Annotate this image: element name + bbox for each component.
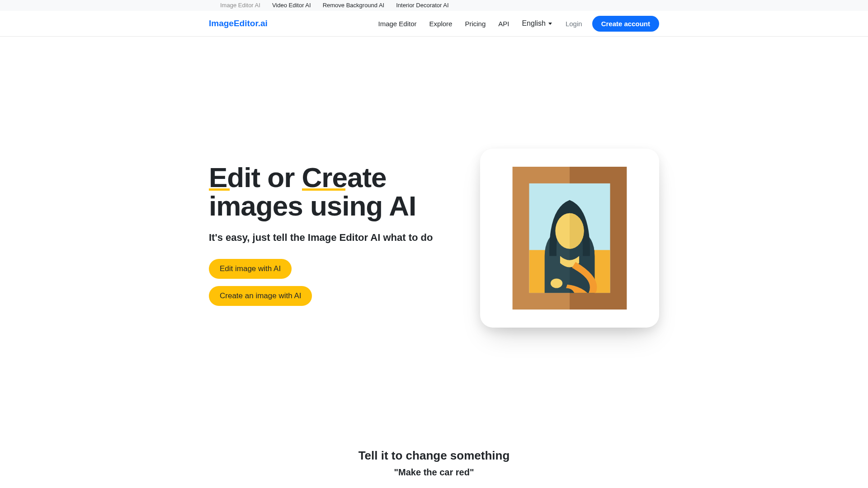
hero-title: Edit or Create images using AI — [209, 163, 462, 220]
topnav-video-editor-ai[interactable]: Video Editor AI — [272, 1, 311, 10]
section2-quote: "Make the car red" — [0, 467, 868, 478]
topnav-image-editor-ai[interactable]: Image Editor AI — [220, 1, 260, 10]
hero: Edit or Create images using AI It's easy… — [209, 37, 659, 328]
hero-title-edit-underline: E — [209, 163, 227, 192]
nav-pricing[interactable]: Pricing — [465, 20, 486, 28]
hero-image-card — [480, 149, 659, 328]
section2-heading: Tell it to change something — [0, 449, 868, 463]
hero-subtitle: It's easy, just tell the Image Editor AI… — [209, 232, 462, 244]
nav-language-dropdown[interactable]: English — [522, 19, 552, 28]
brand-logo[interactable]: ImageEditor.ai — [209, 19, 268, 28]
chevron-down-icon — [548, 23, 552, 25]
nav-explore[interactable]: Explore — [429, 20, 453, 28]
topnav-interior-decorator-ai[interactable]: Interior Decorator AI — [396, 1, 448, 10]
mona-lisa-icon — [512, 167, 627, 310]
top-bar: Image Editor AI Video Editor AI Remove B… — [0, 0, 868, 11]
section-change-something: Tell it to change something "Make the ca… — [0, 449, 868, 478]
hero-title-create-underline: Cre — [302, 163, 347, 192]
edit-image-button[interactable]: Edit image with AI — [209, 259, 292, 279]
nav-image-editor[interactable]: Image Editor — [378, 20, 416, 28]
svg-point-5 — [551, 279, 562, 288]
create-account-button[interactable]: Create account — [592, 16, 659, 32]
create-image-button[interactable]: Create an image with AI — [209, 286, 312, 306]
navbar: ImageEditor.ai Image Editor Explore Pric… — [0, 11, 868, 37]
nav-language-label: English — [522, 19, 545, 28]
nav-api[interactable]: API — [498, 20, 509, 28]
nav-login[interactable]: Login — [566, 20, 582, 28]
topnav-remove-background-ai[interactable]: Remove Background AI — [323, 1, 385, 10]
